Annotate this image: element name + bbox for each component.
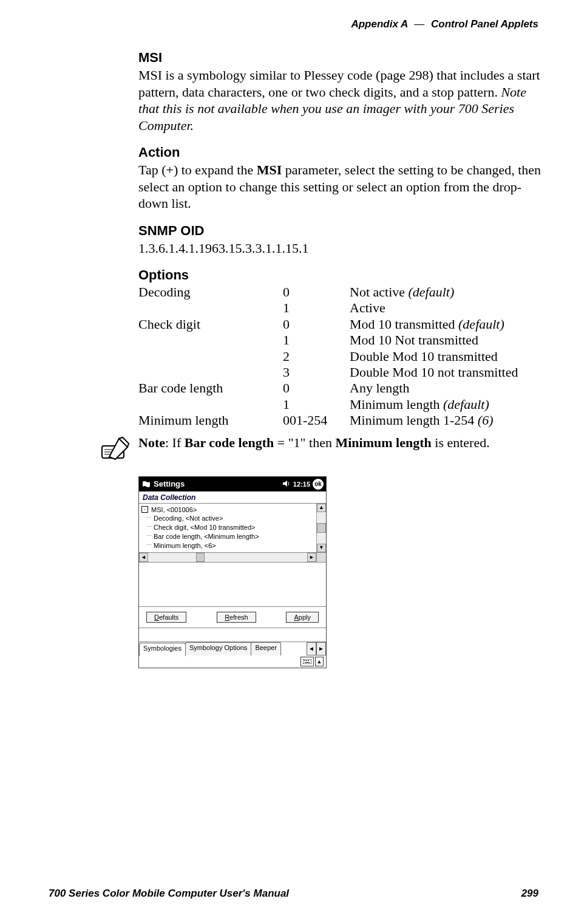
msi-body-text: MSI is a symbology similar to Plessey co… [138, 67, 540, 100]
page-footer: 700 Series Color Mobile Computer User's … [49, 888, 538, 900]
refresh-button[interactable]: Refresh [217, 612, 256, 623]
option-desc: Mod 10 Not transmitted [350, 332, 544, 348]
option-name [138, 332, 283, 348]
tab-right-icon[interactable]: ► [316, 642, 326, 655]
option-desc: Not active (default) [350, 284, 544, 300]
snmp-oid-value: 1.3.6.1.4.1.1963.15.3.3.1.1.15.1 [138, 240, 544, 257]
scroll-thumb[interactable] [317, 523, 326, 533]
header-appendix: Appendix A [351, 18, 407, 30]
option-desc: Minimum length (default) [350, 397, 544, 412]
note-block: Note: If Bar code length = "1" then Mini… [101, 435, 544, 464]
note-label: Note [138, 435, 165, 450]
footer-page-number: 299 [521, 888, 538, 900]
action-body-bold: MSI [257, 162, 282, 177]
option-desc: Minimum length 1-254 (6) [350, 412, 544, 428]
scroll-down-icon[interactable]: ▼ [317, 544, 326, 552]
option-name [138, 364, 283, 380]
running-header: Appendix A — Control Panel Applets [351, 18, 538, 30]
ok-button[interactable]: ok [313, 479, 324, 490]
table-row: 2 Double Mod 10 transmitted [138, 349, 544, 364]
option-desc: Double Mod 10 transmitted [350, 349, 544, 364]
msi-paragraph: MSI is a symbology similar to Plessey co… [138, 67, 544, 134]
apply-button[interactable]: Apply [286, 612, 319, 623]
window-title: Settings [154, 479, 280, 488]
note-text: Note: If Bar code length = "1" then Mini… [138, 435, 490, 451]
tab-strip: Symbologies Symbology Options Beeper ◄ ► [139, 642, 326, 655]
options-table: Decoding 0 Not active (default) 1 Active… [138, 284, 544, 429]
table-row: 1 Active [138, 300, 544, 316]
option-desc: Any length [350, 380, 544, 396]
tab-left-icon[interactable]: ◄ [307, 642, 316, 655]
svg-rect-5 [305, 662, 310, 663]
table-row: 1 Minimum length (default) [138, 397, 544, 412]
option-code: 1 [283, 397, 350, 412]
scroll-thumb[interactable] [196, 553, 205, 562]
horizontal-scrollbar[interactable]: ◄ ► [139, 553, 326, 563]
option-code: 2 [283, 349, 350, 364]
spacer [139, 628, 326, 642]
option-code: 0 [283, 284, 350, 300]
keyboard-icon[interactable] [300, 657, 314, 666]
table-row: 3 Double Mod 10 not transmitted [138, 364, 544, 380]
table-row: Minimum length 001-254 Minimum length 1-… [138, 412, 544, 428]
table-row: Decoding 0 Not active (default) [138, 284, 544, 300]
option-code: 3 [283, 364, 350, 380]
tab-nav: ◄ ► [307, 642, 326, 655]
svg-rect-4 [308, 660, 309, 661]
scroll-track[interactable] [317, 533, 326, 544]
collapse-icon[interactable]: - [141, 506, 148, 513]
scroll-corner [316, 553, 326, 562]
tab-symbology-options[interactable]: Symbology Options [185, 642, 251, 655]
sip-bar: ▲ [139, 655, 326, 668]
scroll-up-icon[interactable]: ▲ [317, 504, 326, 512]
sip-up-icon[interactable]: ▲ [315, 657, 324, 666]
option-code: 1 [283, 300, 350, 316]
tree-item[interactable]: Bar code length, <Minimum length> [141, 532, 314, 541]
tree-item[interactable]: Decoding, <Not active> [141, 514, 314, 523]
option-code: 0 [283, 380, 350, 396]
scroll-track[interactable] [148, 553, 307, 562]
applet-title: Data Collection [139, 491, 326, 504]
defaults-button[interactable]: Defaults [146, 612, 186, 623]
tab-beeper[interactable]: Beeper [251, 642, 280, 655]
action-body-a: Tap (+) to expand the [138, 162, 257, 177]
option-name: Decoding [138, 284, 283, 300]
header-section: Control Panel Applets [431, 18, 538, 30]
vertical-scrollbar[interactable]: ▲ ▼ [316, 504, 326, 552]
tree-item[interactable]: Minimum length, <6> [141, 541, 314, 550]
start-icon[interactable] [141, 479, 151, 489]
window-titlebar: Settings 12:15 ok [139, 477, 326, 491]
snmp-heading: SNMP OID [138, 223, 544, 239]
svg-rect-3 [306, 660, 307, 661]
msi-heading: MSI [138, 50, 544, 66]
scroll-right-icon[interactable]: ► [307, 553, 316, 562]
option-code: 001-254 [283, 412, 350, 428]
action-paragraph: Tap (+) to expand the MSI parameter, sel… [138, 162, 544, 212]
clock-time[interactable]: 12:15 [293, 481, 310, 488]
volume-icon[interactable] [282, 480, 291, 488]
tree-root[interactable]: - MSI, <001006> [141, 505, 314, 515]
table-row: 1 Mod 10 Not transmitted [138, 332, 544, 348]
scroll-left-icon[interactable]: ◄ [139, 553, 148, 562]
tab-symbologies[interactable]: Symbologies [139, 643, 186, 656]
table-row: Check digit 0 Mod 10 transmitted (defaul… [138, 317, 544, 332]
note-pencil-icon [101, 435, 130, 464]
tree-item[interactable]: Check digit, <Mod 10 transmitted> [141, 523, 314, 532]
scroll-track[interactable] [317, 512, 326, 523]
option-name [138, 300, 283, 316]
tree-root-label: MSI, <001006> [151, 505, 197, 515]
settings-tree[interactable]: - MSI, <001006> Decoding, <Not active> C… [139, 504, 316, 552]
action-heading: Action [138, 145, 544, 160]
detail-pane [139, 563, 326, 607]
option-code: 0 [283, 317, 350, 332]
header-dash: — [410, 18, 428, 30]
option-name: Minimum length [138, 412, 283, 428]
option-desc: Active [350, 300, 544, 316]
options-heading: Options [138, 267, 544, 283]
option-code: 1 [283, 332, 350, 348]
footer-title: 700 Series Color Mobile Computer User's … [49, 888, 289, 900]
option-desc: Mod 10 transmitted (default) [350, 317, 544, 332]
table-row: Bar code length 0 Any length [138, 380, 544, 396]
option-name [138, 397, 283, 412]
svg-rect-1 [303, 659, 311, 664]
